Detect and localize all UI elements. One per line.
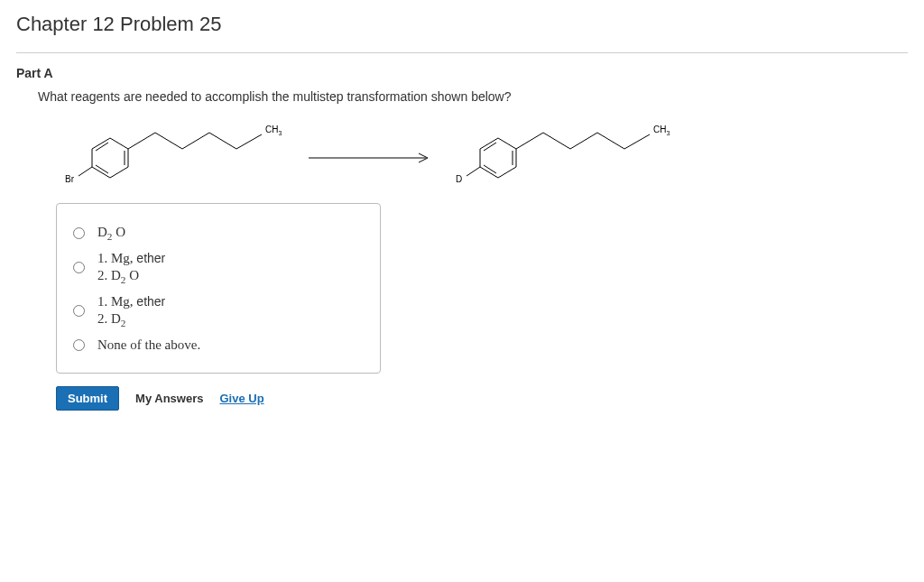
choice-a-radio[interactable]: [73, 227, 85, 239]
part-label: Part A: [16, 66, 908, 80]
choice-d-text: None of the above.: [97, 337, 200, 354]
chain-end-label: CH: [265, 125, 278, 134]
svg-line-5: [128, 133, 155, 149]
answer-choices: D2 O 1. Mg, ether 2. D2 O 1. Mg, ether 2…: [56, 203, 381, 374]
choice-a-text: D2 O: [97, 224, 125, 243]
reaction-diagram: Br CH3 D: [38, 113, 670, 194]
choice-c: 1. Mg, ether 2. D2: [73, 293, 364, 329]
choice-c-radio[interactable]: [73, 305, 85, 317]
question-text: What reagents are needed to accomplish t…: [38, 89, 908, 104]
question-block: What reagents are needed to accomplish t…: [16, 89, 908, 411]
svg-line-20: [597, 133, 624, 149]
svg-line-16: [467, 167, 480, 176]
svg-line-19: [570, 133, 597, 149]
actions-row: Submit My Answers Give Up: [56, 386, 908, 411]
choice-d: None of the above.: [73, 337, 364, 354]
svg-line-18: [543, 133, 570, 149]
svg-line-1: [96, 143, 108, 151]
start-substituent-label: Br: [65, 174, 75, 184]
svg-marker-12: [480, 138, 516, 178]
chain-end-sub-2: 3: [666, 130, 670, 136]
page-title: Chapter 12 Problem 25: [16, 13, 908, 36]
choice-a: D2 O: [73, 224, 364, 243]
product-substituent-label: D: [456, 174, 462, 184]
svg-text:CH3: CH3: [653, 125, 670, 136]
choice-b: 1. Mg, ether 2. D2 O: [73, 250, 364, 286]
divider: [16, 52, 908, 53]
svg-line-17: [516, 133, 543, 149]
svg-line-3: [96, 165, 108, 173]
svg-line-7: [182, 133, 209, 149]
svg-line-6: [155, 133, 182, 149]
svg-line-15: [484, 165, 496, 173]
chain-end-label-2: CH: [653, 125, 666, 134]
svg-line-13: [484, 143, 496, 151]
choice-c-text: 1. Mg, ether 2. D2: [97, 293, 165, 329]
choice-b-text: 1. Mg, ether 2. D2 O: [97, 250, 165, 286]
svg-line-9: [236, 134, 262, 149]
svg-marker-0: [92, 138, 128, 178]
submit-button[interactable]: Submit: [56, 386, 119, 411]
give-up-link[interactable]: Give Up: [219, 392, 263, 405]
choice-d-radio[interactable]: [73, 339, 85, 351]
my-answers-link[interactable]: My Answers: [135, 392, 203, 405]
svg-line-21: [624, 134, 650, 149]
svg-line-4: [79, 167, 92, 176]
choice-b-radio[interactable]: [73, 262, 85, 273]
chain-end-sub: 3: [278, 130, 282, 136]
svg-text:CH3: CH3: [265, 125, 282, 136]
svg-line-8: [209, 133, 236, 149]
